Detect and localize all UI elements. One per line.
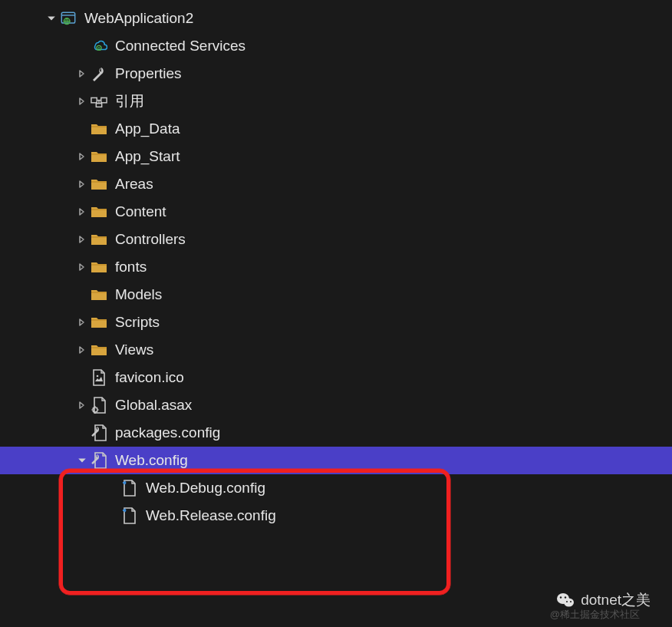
node-label: WebApplication2 <box>84 10 193 27</box>
node-label: packages.config <box>115 424 220 441</box>
node-label: Connected Services <box>115 38 245 54</box>
svg-point-18 <box>565 596 566 598</box>
svg-point-14 <box>93 408 97 412</box>
expander-closed-icon[interactable] <box>75 343 89 357</box>
tree-node[interactable]: favicon.ico <box>0 364 672 391</box>
node-label: Controllers <box>115 231 186 248</box>
node-label: Web.Debug.config <box>146 480 265 497</box>
transform-file-icon <box>121 507 138 524</box>
file-gear-icon <box>91 397 107 414</box>
web-project-icon <box>60 10 77 27</box>
image-file-icon <box>91 369 107 386</box>
svg-rect-8 <box>91 97 97 102</box>
node-label: Areas <box>115 176 153 193</box>
expander-closed-icon[interactable] <box>75 233 89 246</box>
tree-node[interactable]: Web.config <box>0 447 672 474</box>
svg-rect-11 <box>96 104 101 107</box>
wechat-icon <box>556 592 575 609</box>
node-label: Web.Release.config <box>146 507 276 524</box>
tree-node[interactable]: Scripts <box>0 309 672 336</box>
tree-node[interactable]: Global.asax <box>0 391 672 419</box>
expander-closed-icon[interactable] <box>75 67 89 81</box>
node-label: Scripts <box>115 314 160 331</box>
node-label: fonts <box>115 259 147 276</box>
folder-icon <box>91 286 107 303</box>
tree-node[interactable]: Controllers <box>0 226 672 253</box>
node-label: App_Data <box>115 120 180 137</box>
expander-open-icon[interactable] <box>44 12 58 25</box>
tree-node[interactable]: Web.Release.config <box>0 502 672 530</box>
tree-node[interactable]: Connected Services <box>0 32 672 60</box>
expander-open-icon[interactable] <box>75 454 89 467</box>
folder-icon <box>91 176 107 193</box>
config-file-icon <box>91 452 107 469</box>
node-label: Content <box>115 203 166 220</box>
references-icon <box>91 93 107 110</box>
svg-point-16 <box>564 599 574 607</box>
tree-node-project[interactable]: WebApplication2 <box>0 5 672 32</box>
tree-node[interactable]: Areas <box>0 170 672 198</box>
folder-icon <box>91 231 107 248</box>
tree-node[interactable]: App_Start <box>0 143 672 170</box>
tree-node[interactable]: fonts <box>0 253 672 281</box>
expander-closed-icon[interactable] <box>75 94 89 108</box>
expander-closed-icon[interactable] <box>75 150 89 163</box>
svg-point-17 <box>560 596 562 598</box>
solution-explorer-tree[interactable]: WebApplication2 Connected ServicesProper… <box>0 0 672 530</box>
tree-node[interactable]: Models <box>0 281 672 309</box>
node-label: Properties <box>115 65 182 82</box>
expander-closed-icon[interactable] <box>75 260 89 274</box>
expander-closed-icon[interactable] <box>75 398 89 412</box>
tree-node[interactable]: Web.Debug.config <box>0 474 672 502</box>
node-label: App_Start <box>115 148 180 165</box>
tree-node[interactable]: Views <box>0 336 672 364</box>
config-file-icon <box>91 424 107 441</box>
folder-icon <box>91 259 107 276</box>
tree-node[interactable]: 引用 <box>0 87 672 115</box>
folder-icon <box>91 120 107 137</box>
svg-point-13 <box>97 375 99 378</box>
node-label: Web.config <box>115 452 188 469</box>
expander-closed-icon[interactable] <box>75 205 89 219</box>
transform-file-icon <box>121 480 138 497</box>
folder-icon <box>91 203 107 220</box>
wrench-icon <box>91 65 107 82</box>
expander-closed-icon[interactable] <box>75 177 89 191</box>
tree-node[interactable]: Content <box>0 198 672 226</box>
node-label: Views <box>115 342 153 358</box>
svg-point-19 <box>566 601 568 602</box>
cloud-plug-icon <box>91 38 107 54</box>
svg-rect-5 <box>98 47 100 48</box>
svg-point-20 <box>570 601 572 602</box>
node-label: favicon.ico <box>115 369 184 386</box>
expander-closed-icon[interactable] <box>75 315 89 329</box>
svg-rect-9 <box>101 97 107 102</box>
folder-icon <box>91 314 107 331</box>
tree-node[interactable]: Properties <box>0 60 672 87</box>
node-label: Global.asax <box>115 397 192 414</box>
watermark-main: dotnet之美 <box>556 590 651 610</box>
watermark-text: dotnet之美 <box>581 590 651 610</box>
tree-node[interactable]: packages.config <box>0 419 672 447</box>
folder-icon <box>91 342 107 358</box>
node-label: Models <box>115 286 162 303</box>
tree-node[interactable]: App_Data <box>0 115 672 143</box>
folder-icon <box>91 148 107 165</box>
node-label: 引用 <box>115 91 144 111</box>
